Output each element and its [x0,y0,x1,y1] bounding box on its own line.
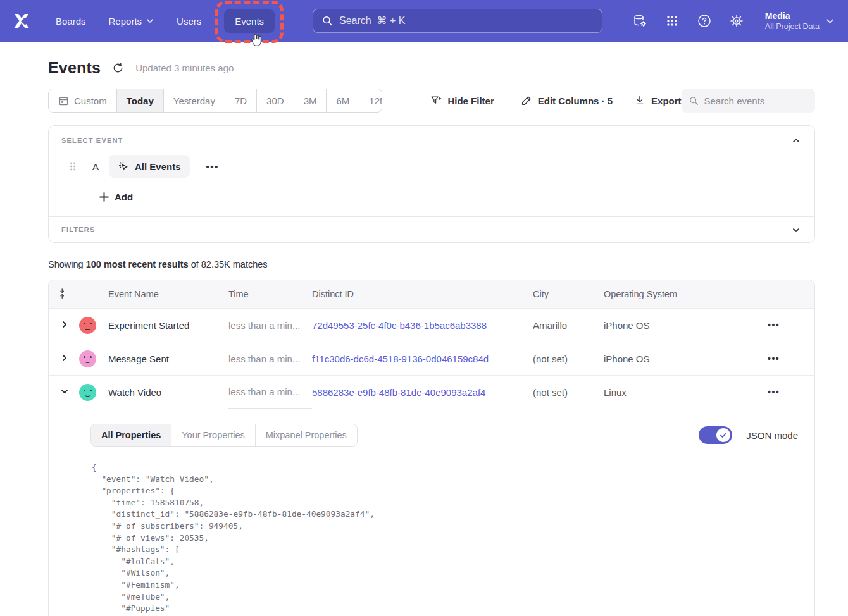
date-range-12m[interactable]: 12M [359,89,382,112]
clause-letter: A [91,161,100,172]
cell-city: (not set) [533,354,604,364]
chevron-up-icon[interactable] [792,136,801,145]
nav-item-events[interactable]: Events [224,9,275,33]
event-more-menu[interactable]: ••• [206,161,219,172]
chevron-down-icon [146,17,154,25]
col-distinct-id[interactable]: Distinct ID [312,289,533,299]
calendar-icon [58,95,69,106]
edit-columns-button[interactable]: Edit Columns · 5 [521,95,613,106]
cell-event-name: Experiment Started [108,320,228,331]
chevron-right-icon[interactable] [60,320,69,329]
refresh-icon[interactable] [112,62,124,74]
events-table: Event Name Time Distinct ID City Operati… [48,280,815,616]
global-search[interactable] [313,9,602,33]
row-more-menu[interactable]: ••• [768,320,814,330]
top-nav: X Boards Reports Users Events [0,0,848,42]
col-operating-system[interactable]: Operating System [604,289,768,299]
search-icon [689,95,699,106]
plus-icon [99,192,109,202]
filters-section[interactable]: FILTERS [49,216,814,242]
date-range-30d[interactable]: 30D [257,89,294,112]
row-more-menu[interactable]: ••• [768,354,814,364]
cell-event-name: Message Sent [108,354,228,364]
chevron-down-icon[interactable] [792,226,801,235]
tab-mixpanel-properties[interactable]: Mixpanel Properties [256,424,357,446]
event-json-view: { "event": "Watch Video", "properties": … [92,462,798,616]
json-mode-label: JSON mode [746,430,798,441]
download-icon [634,95,645,106]
chevron-down-icon [826,17,834,25]
cell-time: less than a min... [228,376,312,409]
event-selector-pill[interactable]: All Events [109,155,190,178]
properties-tab-group: All Properties Your Properties Mixpanel … [90,424,358,447]
hide-filter-button[interactable]: Hide Filter [430,95,494,106]
query-builder-card: SELECT EVENT A All Events ••• Add [48,125,815,243]
cell-time: less than a min... [228,320,312,331]
global-search-input[interactable] [339,15,593,27]
cell-distinct-id[interactable]: 72d49553-25fc-4f0c-b436-1b5ac6ab3388 [312,320,533,331]
drag-handle-icon[interactable] [69,161,77,171]
nav-item-reports[interactable]: Reports [109,16,154,27]
filter-funnel-icon [430,95,442,106]
check-icon [720,431,727,439]
cell-os: iPhone OS [604,320,768,331]
chevron-down-icon[interactable] [60,387,69,396]
project-subtitle: All Project Data [765,22,820,32]
results-summary: Showing 100 most recent results of 82.35… [48,259,815,269]
date-range-3m[interactable]: 3M [294,89,327,112]
json-mode-toggle[interactable] [699,426,732,444]
col-city[interactable]: City [533,289,604,299]
table-header: Event Name Time Distinct ID City Operati… [49,280,814,308]
event-avatar [79,350,96,367]
toggle-knob [716,428,730,442]
event-clause-row: A All Events ••• [61,155,802,178]
cell-city: Amarillo [533,320,604,331]
select-event-section: SELECT EVENT A All Events ••• Add [49,126,814,216]
data-management-icon[interactable] [632,13,647,28]
cell-event-name: Watch Video [108,387,228,398]
nav-item-boards[interactable]: Boards [56,16,86,27]
search-icon [322,15,333,27]
event-avatar [79,317,96,334]
col-event-name[interactable]: Event Name [108,289,228,299]
settings-gear-icon[interactable] [729,13,744,28]
date-range-yesterday[interactable]: Yesterday [164,89,225,112]
col-time[interactable]: Time [228,289,312,299]
cell-distinct-id[interactable]: f11c30d6-dc6d-4518-9136-0d046159c84d [312,354,533,364]
tab-your-properties[interactable]: Your Properties [171,424,255,446]
cell-os: Linux [604,387,768,398]
sort-icon[interactable] [59,288,68,299]
pencil-icon [521,95,532,106]
add-event-button[interactable]: Add [99,192,802,202]
date-range-today[interactable]: Today [117,89,164,112]
date-range-7d[interactable]: 7D [225,89,257,112]
table-row[interactable]: Experiment Started less than a min... 72… [49,308,814,342]
event-detail-panel: All Properties Your Properties Mixpanel … [49,409,814,616]
filters-label: FILTERS [61,226,802,233]
row-more-menu[interactable]: ••• [768,387,814,397]
event-avatar [79,384,96,401]
events-search[interactable] [682,89,815,113]
nav-item-users[interactable]: Users [177,16,201,27]
date-range-custom[interactable]: Custom [49,89,117,112]
date-range-6m[interactable]: 6M [327,89,359,112]
hand-cursor-icon [249,33,263,48]
date-range-group: Custom Today Yesterday 7D 30D 3M 6M 12M [48,89,382,113]
table-row-expanded[interactable]: Watch Video less than a min... 5886283e-… [49,375,814,409]
apps-grid-icon[interactable] [664,13,680,28]
page-title: Events [48,59,101,77]
selected-event-name: All Events [135,161,181,172]
project-selector[interactable]: Media All Project Data [765,10,834,32]
select-event-label: SELECT EVENT [61,137,802,144]
mixpanel-logo[interactable]: X [14,10,37,32]
events-search-input[interactable] [704,95,807,106]
cell-city: (not set) [533,387,604,398]
magic-cursor-icon [118,161,129,172]
help-icon[interactable] [697,13,712,28]
cell-time: less than a min... [228,354,312,364]
chevron-right-icon[interactable] [60,354,69,362]
cell-distinct-id[interactable]: 5886283e-e9fb-48fb-81de-40e9093a2af4 [312,387,533,398]
tab-all-properties[interactable]: All Properties [91,424,171,446]
export-button[interactable]: Export [634,95,682,106]
table-row[interactable]: Message Sent less than a min... f11c30d6… [49,342,814,375]
